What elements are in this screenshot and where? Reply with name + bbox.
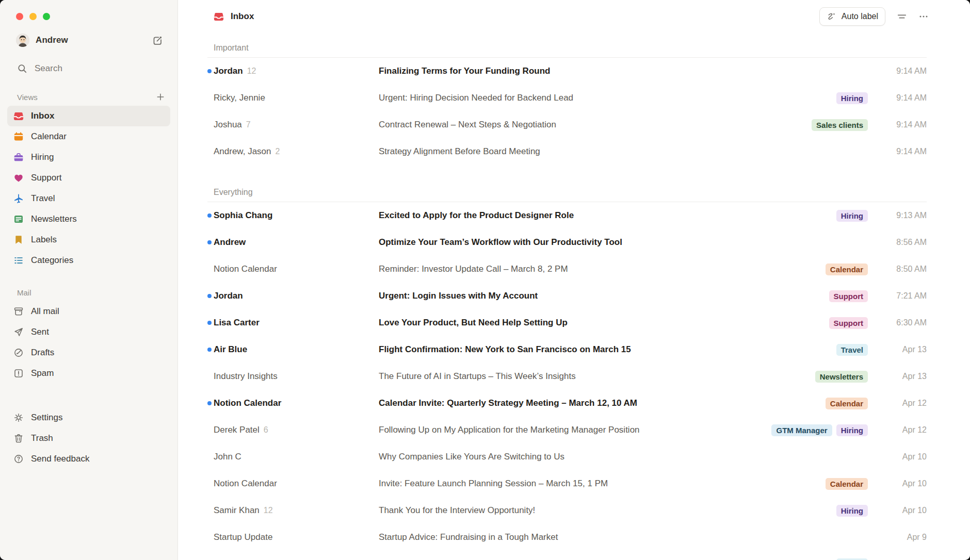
sidebar-item-calendar[interactable]: Calendar (7, 126, 170, 147)
email-row[interactable]: Car RentalsUpcoming Rental Details – Pic… (207, 551, 927, 560)
tag-newsletters[interactable]: Newsletters (815, 371, 868, 383)
email-row[interactable]: Derek Patel6Following Up on My Applicati… (207, 417, 927, 443)
tag-calendar[interactable]: Calendar (826, 398, 868, 409)
email-row[interactable]: AndrewOptimize Your Team’s Workflow with… (207, 229, 927, 256)
sidebar-item-settings[interactable]: Settings (7, 407, 170, 428)
email-sender: Jordan (214, 291, 379, 301)
tag-support[interactable]: Support (829, 290, 868, 302)
inbox-icon (13, 111, 24, 121)
page-title: Inbox (231, 11, 254, 22)
tag-hiring[interactable]: Hiring (836, 424, 868, 436)
sidebar-item-travel[interactable]: Travel (7, 188, 170, 209)
email-tags: Support (829, 317, 868, 329)
tag-calendar[interactable]: Calendar (826, 263, 868, 275)
email-time: Apr 13 (875, 345, 927, 354)
compose-button[interactable] (152, 35, 163, 46)
tag-hiring[interactable]: Hiring (836, 210, 868, 222)
email-time: Apr 9 (875, 533, 927, 542)
email-subject: Following Up on My Application for the M… (379, 425, 764, 435)
sidebar-item-label: Spam (31, 368, 54, 378)
email-row[interactable]: John CWhy Companies Like Yours Are Switc… (207, 443, 927, 470)
tag-support[interactable]: Support (829, 317, 868, 329)
sidebar-item-categories[interactable]: Categories (7, 250, 170, 271)
email-tags: GTM ManagerHiring (771, 424, 868, 436)
unread-dot (207, 294, 212, 298)
sidebar-item-inbox[interactable]: Inbox (7, 106, 170, 126)
email-subject: Love Your Product, But Need Help Setting… (379, 318, 822, 328)
sidebar-item-label: Calendar (31, 131, 67, 142)
zoom-window-button[interactable] (43, 13, 50, 20)
email-row[interactable]: Notion CalendarReminder: Investor Update… (207, 256, 927, 283)
sidebar-item-label: Categories (31, 255, 73, 266)
section-label: Everything (214, 188, 253, 197)
email-row[interactable]: Startup UpdateStartup Advice: Fundraisin… (207, 524, 927, 551)
sidebar-item-label: Travel (31, 193, 55, 204)
sender-name: Ricky, Jennie (214, 93, 265, 103)
email-time: 9:13 AM (875, 211, 927, 220)
email-row[interactable]: Samir Khan12Thank You for the Interview … (207, 497, 927, 524)
email-sender: Jordan12 (214, 66, 379, 76)
tag-hiring[interactable]: Hiring (836, 92, 868, 104)
email-subject: Calendar Invite: Quarterly Strategy Meet… (379, 398, 818, 408)
sidebar-item-label: Support (31, 173, 62, 183)
inbox-icon (214, 11, 224, 22)
minimize-window-button[interactable] (29, 13, 37, 20)
email-row[interactable]: Notion CalendarCalendar Invite: Quarterl… (207, 390, 927, 417)
sidebar-item-hiring[interactable]: Hiring (7, 147, 170, 168)
tag-travel[interactable]: Travel (836, 558, 868, 560)
tag-gtm-manager[interactable]: GTM Manager (771, 424, 832, 436)
add-view-button[interactable] (156, 92, 165, 102)
email-row[interactable]: Lisa CarterLove Your Product, But Need H… (207, 309, 927, 336)
auto-label-button[interactable]: Auto label (819, 7, 885, 26)
email-row[interactable]: Sophia ChangExcited to Apply for the Pro… (207, 202, 927, 229)
email-sender: Air Blue (214, 344, 379, 355)
sidebar-item-all-mail[interactable]: All mail (7, 301, 170, 322)
email-subject: Optimize Your Team’s Workflow with Our P… (379, 237, 868, 248)
email-sender: Joshua7 (214, 120, 379, 130)
email-row[interactable]: Air BlueFlight Confirmation: New York to… (207, 336, 927, 363)
account-name: Andrew (36, 35, 68, 45)
email-sender: Ricky, Jennie (214, 93, 379, 103)
email-row[interactable]: Industry InsightsThe Future of AI in Sta… (207, 363, 927, 390)
section-label: Important (214, 43, 249, 53)
email-list: ImportantJordan12Finalizing Terms for Yo… (178, 33, 970, 560)
thread-count: 7 (246, 120, 251, 129)
section-header-important: Important (207, 38, 927, 58)
email-sender: Notion Calendar (214, 398, 379, 408)
email-row[interactable]: Joshua7Contract Renewal – Next Steps & N… (207, 111, 927, 138)
sidebar-item-trash[interactable]: Trash (7, 428, 170, 449)
thread-count: 2 (276, 147, 280, 156)
email-tags: Calendar (826, 478, 868, 490)
email-subject: Invite: Feature Launch Planning Session … (379, 479, 818, 489)
email-row[interactable]: Andrew, Jason2Strategy Alignment Before … (207, 138, 927, 165)
tag-travel[interactable]: Travel (836, 344, 868, 356)
sidebar-item-send-feedback[interactable]: Send feedback (7, 449, 170, 469)
email-time: Apr 10 (875, 506, 927, 515)
email-row[interactable]: JordanUrgent: Login Issues with My Accou… (207, 283, 927, 309)
tag-hiring[interactable]: Hiring (836, 505, 868, 517)
sidebar-item-spam[interactable]: Spam (7, 363, 170, 384)
email-row[interactable]: Jordan12Finalizing Terms for Your Fundin… (207, 58, 927, 85)
search-button[interactable]: Search (17, 63, 163, 74)
more-options-button[interactable] (918, 11, 929, 22)
close-window-button[interactable] (16, 13, 23, 20)
email-time: 8:50 AM (875, 265, 927, 274)
account-row[interactable]: Andrew (16, 34, 163, 47)
tag-calendar[interactable]: Calendar (826, 478, 868, 490)
tag-sales-clients[interactable]: Sales clients (812, 119, 868, 131)
display-options-button[interactable] (897, 11, 907, 22)
spam-icon (13, 368, 24, 378)
archive-icon (13, 306, 24, 317)
unread-dot (207, 321, 212, 325)
email-time: 8:56 AM (875, 238, 927, 247)
sidebar-item-support[interactable]: Support (7, 168, 170, 188)
auto-label-button-label: Auto label (842, 12, 878, 21)
sidebar-item-drafts[interactable]: Drafts (7, 342, 170, 363)
sidebar-item-sent[interactable]: Sent (7, 322, 170, 342)
sidebar-item-labels[interactable]: Labels (7, 229, 170, 250)
email-row[interactable]: Notion CalendarInvite: Feature Launch Pl… (207, 470, 927, 497)
email-tags: Hiring (836, 505, 868, 517)
unread-dot (207, 69, 212, 73)
sidebar-item-newsletters[interactable]: Newsletters (7, 209, 170, 229)
email-row[interactable]: Ricky, JennieUrgent: Hiring Decision Nee… (207, 85, 927, 111)
